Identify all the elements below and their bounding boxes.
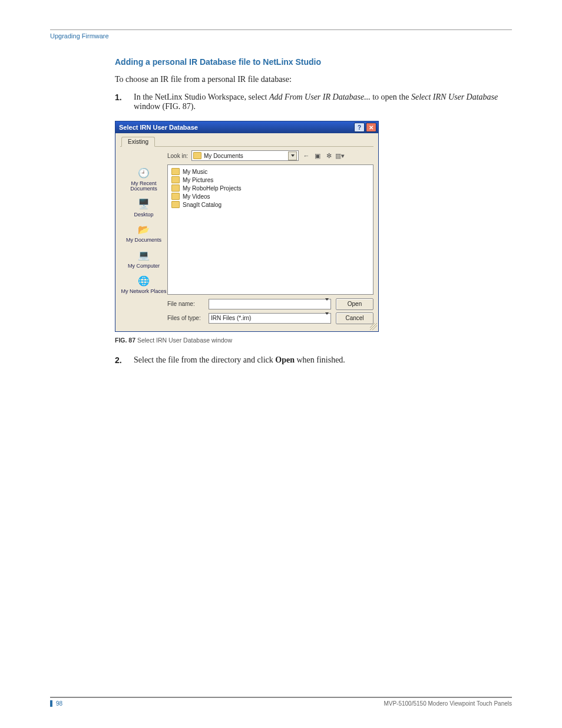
list-item[interactable]: My Music — [171, 167, 369, 176]
nav-toolbar: ← ▣ ✼ ▥▾ — [302, 151, 344, 160]
documents-icon: 📂 — [135, 222, 152, 238]
titlebar[interactable]: Select IRN User Database ? ✕ — [115, 121, 378, 133]
new-folder-icon[interactable]: ✼ — [325, 151, 333, 160]
network-icon: 🌐 — [135, 274, 152, 289]
cancel-button[interactable]: Cancel — [336, 312, 373, 324]
type-combo[interactable]: IRN Files (*.irn) — [209, 313, 331, 324]
step-number: 2. — [115, 355, 125, 365]
step-text: In the NetLinx Studio Workspace, select … — [134, 93, 512, 111]
file-list[interactable]: My Music My Pictures My RoboHelp Project… — [167, 164, 373, 295]
place-label: My Recent Documents — [120, 181, 167, 192]
place-desktop[interactable]: 🖥️ Desktop — [134, 197, 153, 218]
place-recent[interactable]: 🕘 My Recent Documents — [120, 166, 167, 192]
folder-icon — [193, 152, 201, 159]
top-rule — [50, 29, 512, 30]
t: to open the — [371, 93, 411, 101]
place-computer[interactable]: 💻 My Computer — [128, 248, 160, 269]
breadcrumb: Upgrading Firmware — [50, 32, 512, 39]
page-footer: 98 MVP-5100/5150 Modero Viewpoint Touch … — [50, 697, 512, 707]
back-icon[interactable]: ← — [302, 151, 310, 160]
filename-label: File name: — [167, 301, 204, 307]
t: Select the file from the directory and c… — [134, 355, 275, 364]
place-network[interactable]: 🌐 My Network Places — [121, 274, 166, 294]
step-number: 1. — [115, 93, 125, 111]
desktop-icon: 🖥️ — [135, 197, 152, 212]
resize-grip[interactable] — [370, 323, 377, 330]
up-one-level-icon[interactable]: ▣ — [313, 151, 322, 160]
file-label: SnagIt Catalog — [183, 202, 222, 208]
folder-icon — [171, 176, 180, 183]
product-title: MVP-5100/5150 Modero Viewpoint Touch Pan… — [384, 700, 512, 707]
lookin-label: Look in: — [167, 153, 188, 159]
folder-icon — [171, 201, 180, 208]
views-icon[interactable]: ▥▾ — [336, 151, 344, 160]
step-text: Select the file from the directory and c… — [134, 355, 345, 365]
folder-icon — [171, 193, 180, 200]
list-item[interactable]: My Videos — [171, 192, 369, 200]
menu-ref: Add From User IR Database... — [269, 93, 371, 101]
list-item[interactable]: SnagIt Catalog — [171, 200, 369, 209]
place-documents[interactable]: 📂 My Documents — [126, 222, 161, 243]
window-title: Select IRN User Database — [119, 124, 198, 131]
t: In the NetLinx Studio Workspace, select — [134, 93, 269, 101]
intro-text: To choose an IR file from a personal IR … — [115, 75, 512, 84]
tabstrip: Existing — [120, 137, 373, 147]
section-title: Adding a personal IR Database file to Ne… — [115, 57, 512, 67]
list-item[interactable]: My RoboHelp Projects — [171, 184, 369, 192]
computer-icon: 💻 — [135, 248, 152, 263]
help-icon: ? — [358, 124, 361, 131]
recent-icon: 🕘 — [135, 166, 152, 181]
place-label: My Network Places — [121, 289, 166, 294]
folder-icon — [171, 168, 180, 175]
select-irn-dialog: Select IRN User Database ? ✕ Existing Lo… — [115, 121, 379, 332]
open-button[interactable]: Open — [336, 298, 373, 310]
t: window (FIG. 87). — [134, 102, 196, 111]
chevron-down-icon[interactable] — [325, 301, 329, 307]
dialog-figure: Select IRN User Database ? ✕ Existing Lo… — [115, 121, 512, 332]
file-label: My Pictures — [183, 177, 213, 183]
step-1: 1. In the NetLinx Studio Workspace, sele… — [115, 93, 512, 111]
file-label: My Videos — [183, 193, 210, 200]
place-label: My Documents — [126, 238, 161, 243]
file-label: My RoboHelp Projects — [183, 185, 241, 192]
type-value: IRN Files (*.irn) — [211, 315, 251, 321]
places-bar: 🕘 My Recent Documents 🖥️ Desktop 📂 My Do… — [120, 164, 167, 295]
t: when finished. — [295, 355, 345, 364]
help-button[interactable]: ? — [354, 123, 365, 132]
open-ref: Open — [275, 355, 295, 364]
filename-input[interactable] — [209, 299, 331, 309]
list-item[interactable]: My Pictures — [171, 176, 369, 184]
type-label: Files of type: — [167, 315, 204, 321]
lookin-value: My Documents — [204, 153, 243, 159]
figure-number: FIG. 87 — [115, 337, 135, 344]
window-ref: Select IRN User Database — [411, 93, 498, 101]
step-2: 2. Select the file from the directory an… — [115, 355, 512, 365]
tab-existing[interactable]: Existing — [121, 137, 155, 147]
place-label: My Computer — [128, 263, 160, 269]
file-label: My Music — [183, 169, 207, 175]
lookin-combo[interactable]: My Documents — [191, 150, 299, 161]
folder-icon — [171, 185, 180, 192]
close-icon: ✕ — [369, 124, 373, 131]
chevron-down-icon[interactable] — [288, 151, 297, 160]
place-label: Desktop — [134, 212, 153, 218]
close-button[interactable]: ✕ — [366, 123, 376, 132]
figure-caption: FIG. 87 Select IRN User Database window — [115, 337, 512, 344]
chevron-down-icon[interactable] — [325, 315, 329, 321]
page-number: 98 — [50, 700, 62, 707]
figure-text: Select IRN User Database window — [135, 337, 232, 344]
